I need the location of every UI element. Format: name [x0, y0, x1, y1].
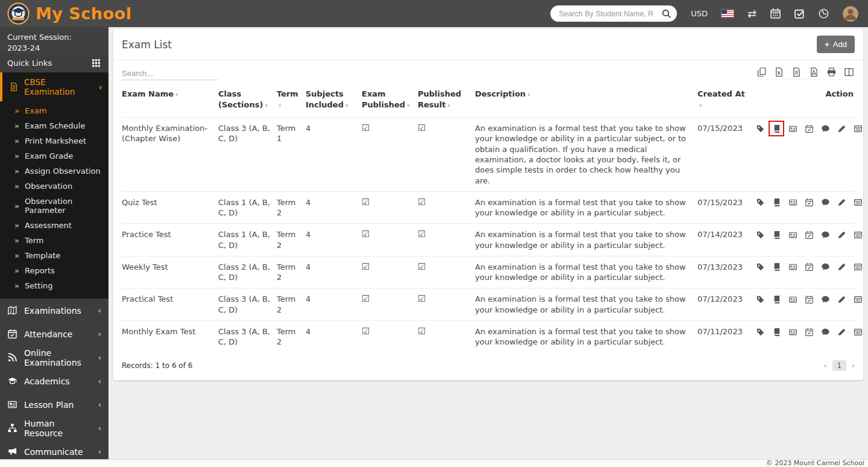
file-pdf-icon[interactable]: [810, 68, 819, 77]
file-excel-icon[interactable]: [775, 68, 784, 77]
book-icon: [773, 125, 781, 133]
book-action-button[interactable]: [771, 123, 782, 134]
tag-action-button[interactable]: [755, 262, 766, 273]
submenu-item[interactable]: » Exam Grade: [0, 148, 108, 164]
edit-action-button[interactable]: [837, 326, 848, 337]
table-action-button[interactable]: [853, 294, 864, 305]
sidebar-item-human-resource[interactable]: Human Resource ‹: [0, 416, 108, 440]
prev-page-button[interactable]: ‹: [824, 361, 827, 370]
calendar-check-action-button[interactable]: [804, 262, 814, 273]
sidebar-item-communicate[interactable]: Communicate ‹: [0, 440, 108, 459]
submenu-item[interactable]: » Term: [0, 233, 108, 248]
comment-action-button[interactable]: [820, 123, 831, 134]
comment-action-button[interactable]: [820, 229, 831, 240]
cell-class-sections: Class 2 (A, B, C, D): [218, 256, 277, 288]
edit-action-button[interactable]: [837, 197, 848, 208]
id-card-icon: [789, 296, 797, 303]
book-action-button[interactable]: [771, 294, 782, 305]
comment-action-button[interactable]: [820, 262, 831, 273]
edit-action-button[interactable]: [837, 294, 848, 305]
sort-icon[interactable]: ▾: [265, 103, 268, 109]
chevron-left-icon: ‹: [98, 329, 101, 338]
currency-selector[interactable]: USD: [691, 9, 708, 18]
submenu-item[interactable]: » Observation: [0, 179, 108, 194]
sort-icon[interactable]: ▾: [407, 103, 410, 109]
comment-action-button[interactable]: [820, 326, 831, 337]
book-action-button[interactable]: [771, 229, 782, 240]
submenu-item[interactable]: » Setting: [0, 278, 108, 293]
check-square-icon[interactable]: [794, 8, 805, 19]
cell-created-at: 07/15/2023: [697, 191, 752, 224]
whatsapp-icon[interactable]: [819, 8, 829, 19]
sort-icon[interactable]: ▾: [175, 92, 178, 98]
sidebar-item-lesson-plan[interactable]: Lesson Plan ‹: [0, 393, 108, 416]
edit-action-button[interactable]: [837, 262, 848, 273]
tag-action-button[interactable]: [755, 197, 766, 208]
calendar-check-icon: [805, 199, 813, 206]
sort-icon[interactable]: ▾: [448, 103, 451, 109]
print-icon[interactable]: [827, 68, 836, 77]
book-action-button[interactable]: [771, 262, 782, 273]
calendar-check-action-button[interactable]: [804, 197, 814, 208]
copy-icon[interactable]: [757, 68, 766, 77]
tag-action-button[interactable]: [755, 229, 766, 240]
sidebar-item-examinations[interactable]: Examinations ‹: [0, 299, 108, 322]
submenu-item[interactable]: » Template: [0, 248, 108, 263]
avatar[interactable]: [843, 6, 858, 22]
search-icon[interactable]: [662, 9, 671, 18]
calendar-icon[interactable]: [770, 8, 781, 19]
book-action-button[interactable]: [771, 197, 782, 208]
table-action-button[interactable]: [853, 123, 864, 134]
sidebar-item-academics[interactable]: Academics ‹: [0, 369, 108, 393]
tag-action-button[interactable]: [755, 326, 766, 337]
sidebar-item-online-examinations[interactable]: Online Examinations ‹: [0, 346, 108, 369]
calendar-check-action-button[interactable]: [804, 229, 814, 240]
id-card-action-button[interactable]: [787, 262, 798, 273]
id-card-action-button[interactable]: [787, 294, 798, 305]
table-search-input[interactable]: [122, 67, 218, 80]
quick-links[interactable]: Quick Links: [0, 54, 108, 72]
calendar-check-action-button[interactable]: [804, 294, 814, 305]
sidebar-item-attendance[interactable]: Attendance ‹: [0, 322, 108, 346]
table-action-button[interactable]: [853, 229, 864, 240]
table-action-button[interactable]: [853, 262, 864, 273]
tag-action-button[interactable]: [755, 294, 766, 305]
id-card-action-button[interactable]: [787, 229, 798, 240]
tag-icon: [756, 199, 764, 206]
global-search-input[interactable]: [559, 10, 662, 18]
sidebar-item-cbse-examination[interactable]: CBSE Examination ∨: [0, 72, 108, 101]
table-action-button[interactable]: [853, 326, 864, 337]
next-page-button[interactable]: ›: [852, 361, 855, 370]
id-card-action-button[interactable]: [787, 123, 798, 134]
brand[interactable]: My School: [0, 2, 131, 25]
comment-action-button[interactable]: [820, 197, 831, 208]
calendar-check-action-button[interactable]: [804, 326, 814, 337]
id-card-action-button[interactable]: [787, 197, 798, 208]
add-button[interactable]: + Add: [817, 36, 855, 53]
comment-action-button[interactable]: [820, 294, 831, 305]
sort-icon[interactable]: ▾: [527, 92, 530, 98]
submenu-item[interactable]: » Exam: [0, 103, 108, 118]
swap-arrows-icon[interactable]: ⇄: [747, 8, 756, 19]
sort-icon[interactable]: ▾: [278, 103, 281, 109]
submenu-item[interactable]: » Exam Schedule: [0, 118, 108, 133]
cell-term: Term 2: [277, 256, 306, 288]
sort-icon[interactable]: ▾: [345, 103, 348, 109]
us-flag-icon[interactable]: [722, 10, 734, 17]
submenu-item[interactable]: » Assign Observation: [0, 164, 108, 179]
edit-action-button[interactable]: [837, 229, 848, 240]
book-action-button[interactable]: [771, 326, 782, 337]
table-action-button[interactable]: [853, 197, 864, 208]
submenu-item[interactable]: » Print Marksheet: [0, 133, 108, 148]
page-number[interactable]: 1: [832, 360, 847, 371]
id-card-action-button[interactable]: [787, 326, 798, 337]
submenu-item[interactable]: » Observation Parameter: [0, 194, 108, 218]
tag-action-button[interactable]: [755, 123, 766, 134]
submenu-item[interactable]: » Reports: [0, 263, 108, 278]
sort-icon[interactable]: ▾: [699, 103, 702, 109]
submenu-item[interactable]: » Assessment: [0, 218, 108, 233]
columns-icon[interactable]: [844, 68, 854, 77]
edit-action-button[interactable]: [837, 123, 848, 134]
file-text-icon[interactable]: [792, 68, 801, 77]
calendar-check-action-button[interactable]: [804, 123, 814, 134]
